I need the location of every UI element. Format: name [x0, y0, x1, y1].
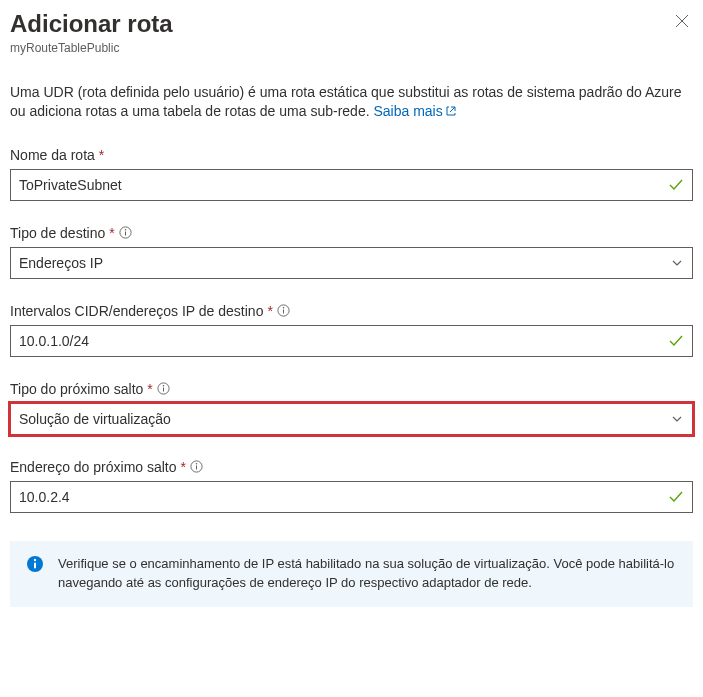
required-mark: *	[267, 303, 272, 319]
svg-point-1	[124, 229, 126, 231]
info-icon[interactable]	[277, 304, 290, 317]
route-name-label: Nome da rota	[10, 147, 95, 163]
destination-type-select[interactable]: Endereços IP	[10, 247, 693, 279]
route-name-field: Nome da rota * ToPrivateSubnet	[10, 147, 693, 201]
external-link-icon	[445, 103, 457, 123]
next-hop-type-field: Tipo do próximo salto * Solução de virtu…	[10, 381, 693, 435]
svg-rect-8	[163, 388, 164, 392]
route-name-value: ToPrivateSubnet	[19, 177, 658, 193]
check-icon	[668, 333, 684, 349]
svg-rect-5	[283, 310, 284, 314]
svg-rect-11	[196, 466, 197, 470]
chevron-down-icon	[670, 412, 684, 426]
page-title: Adicionar rota	[10, 10, 173, 39]
destination-type-label: Tipo de destino	[10, 225, 105, 241]
description-body: Uma UDR (rota definida pelo usuário) é u…	[10, 84, 682, 120]
info-icon[interactable]	[157, 382, 170, 395]
destination-type-value: Endereços IP	[19, 255, 658, 271]
svg-point-10	[196, 463, 198, 465]
check-icon	[668, 489, 684, 505]
learn-more-link[interactable]: Saiba mais	[373, 103, 456, 119]
destination-type-field: Tipo de destino * Endereços IP	[10, 225, 693, 279]
cidr-value: 10.0.1.0/24	[19, 333, 658, 349]
next-hop-address-value: 10.0.2.4	[19, 489, 658, 505]
next-hop-address-label: Endereço do próximo salto	[10, 459, 177, 475]
svg-rect-2	[125, 232, 126, 236]
page-subtitle: myRouteTablePublic	[10, 41, 173, 55]
next-hop-type-select[interactable]: Solução de virtualização	[10, 403, 693, 435]
close-button[interactable]	[671, 10, 693, 35]
svg-rect-14	[34, 562, 36, 568]
required-mark: *	[147, 381, 152, 397]
info-badge-icon	[26, 555, 44, 579]
info-message-text: Verifique se o encaminhamento de IP está…	[58, 556, 674, 590]
info-icon[interactable]	[119, 226, 132, 239]
required-mark: *	[109, 225, 114, 241]
cidr-field: Intervalos CIDR/endereços IP de destino …	[10, 303, 693, 357]
close-icon	[675, 14, 689, 28]
description-text: Uma UDR (rota definida pelo usuário) é u…	[10, 83, 693, 123]
route-name-input[interactable]: ToPrivateSubnet	[10, 169, 693, 201]
required-mark: *	[99, 147, 104, 163]
info-icon[interactable]	[190, 460, 203, 473]
next-hop-address-field: Endereço do próximo salto * 10.0.2.4	[10, 459, 693, 513]
check-icon	[668, 177, 684, 193]
next-hop-type-label: Tipo do próximo salto	[10, 381, 143, 397]
learn-more-label: Saiba mais	[373, 103, 442, 119]
chevron-down-icon	[670, 256, 684, 270]
svg-point-7	[162, 385, 164, 387]
next-hop-address-input[interactable]: 10.0.2.4	[10, 481, 693, 513]
cidr-input[interactable]: 10.0.1.0/24	[10, 325, 693, 357]
cidr-label: Intervalos CIDR/endereços IP de destino	[10, 303, 263, 319]
required-mark: *	[181, 459, 186, 475]
svg-point-13	[34, 559, 36, 561]
svg-point-4	[283, 307, 285, 309]
next-hop-type-value: Solução de virtualização	[19, 411, 658, 427]
info-message-box: Verifique se o encaminhamento de IP está…	[10, 541, 693, 607]
